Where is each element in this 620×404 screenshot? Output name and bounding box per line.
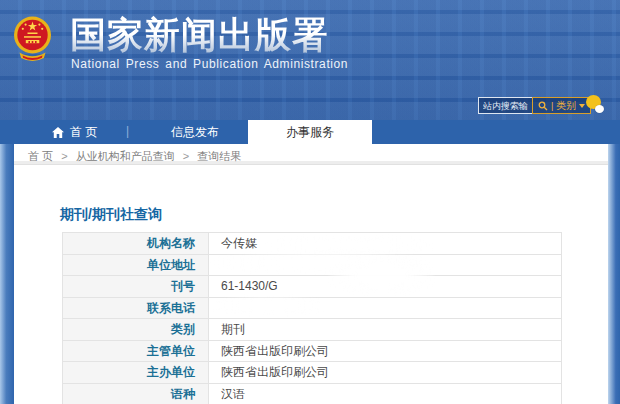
row-value: 陕西省出版印刷公司 (209, 341, 561, 362)
row-label: 语种 (63, 384, 209, 404)
search-category-label[interactable]: 类别 (556, 99, 576, 113)
wechat-icon[interactable] (586, 95, 604, 113)
main-navbar: 首 页 | 信息发布 办事服务 (0, 120, 620, 144)
national-emblem-logo[interactable] (13, 15, 52, 63)
site-search: | 类别 (478, 97, 591, 114)
row-value (209, 255, 561, 276)
nav-separator: | (126, 124, 129, 138)
site-header: 国家新闻出版署 National Press and Publication A… (0, 0, 620, 120)
table-row: 联系电话 (63, 298, 561, 320)
nav-item-information[interactable]: 信息发布 (171, 120, 219, 144)
breadcrumb-current: 查询结果 (197, 150, 241, 162)
nav-item-services-active[interactable]: 办事服务 (248, 120, 372, 144)
row-value: 今传媒 (209, 233, 561, 254)
row-label: 联系电话 (63, 298, 209, 319)
table-row: 语种 汉语 (63, 384, 561, 404)
site-title: 国家新闻出版署 (70, 11, 329, 60)
search-separator: | (551, 101, 553, 111)
wechat-bubble-small (595, 105, 604, 113)
left-margin-strip (0, 144, 14, 404)
table-row: 刊号 61-1430/G (63, 276, 561, 298)
nav-home-label: 首 页 (70, 124, 97, 141)
page-content: 首 页 > 从业机构和产品查询 > 查询结果 期刊/期刊社查询 机构名称 今传媒… (14, 144, 608, 404)
national-emblem-icon (13, 15, 52, 63)
breadcrumb: 首 页 > 从业机构和产品查询 > 查询结果 (14, 144, 608, 157)
table-row: 类别 期刊 (63, 319, 561, 341)
page-title: 期刊/期刊社查询 (60, 206, 162, 224)
table-row: 单位地址 (63, 255, 561, 277)
row-label: 主办单位 (63, 362, 209, 383)
site-subtitle-english: National Press and Publication Administr… (71, 57, 348, 71)
row-value: 期刊 (209, 319, 561, 340)
breadcrumb-separator: > (183, 150, 189, 162)
breadcrumb-separator: > (61, 150, 67, 162)
home-icon (52, 127, 64, 138)
table-row: 主办单位 陕西省出版印刷公司 (63, 362, 561, 384)
row-label: 机构名称 (63, 233, 209, 254)
row-label: 主管单位 (63, 341, 209, 362)
breadcrumb-home[interactable]: 首 页 (28, 150, 53, 162)
row-value: 陕西省出版印刷公司 (209, 362, 561, 383)
row-value: 汉语 (209, 384, 561, 404)
table-row: 主管单位 陕西省出版印刷公司 (63, 341, 561, 363)
row-label: 刊号 (63, 276, 209, 297)
search-actions[interactable]: | 类别 (532, 97, 591, 114)
row-value: 61-1430/G (209, 276, 561, 297)
category-dropdown-arrow-icon[interactable] (579, 104, 585, 108)
breadcrumb-query-section[interactable]: 从业机构和产品查询 (76, 150, 175, 162)
search-input[interactable] (478, 97, 532, 114)
journal-info-table: 机构名称 今传媒 单位地址 刊号 61-1430/G 联系电话 类别 期刊 主管… (62, 232, 562, 404)
row-label: 单位地址 (63, 255, 209, 276)
table-row: 机构名称 今传媒 (63, 233, 561, 255)
row-label: 类别 (63, 319, 209, 340)
row-value (209, 298, 561, 319)
search-icon[interactable] (538, 101, 548, 111)
page: 国家新闻出版署 National Press and Publication A… (0, 0, 620, 404)
right-margin-strip (608, 144, 620, 404)
nav-item-home[interactable]: 首 页 (52, 120, 97, 144)
